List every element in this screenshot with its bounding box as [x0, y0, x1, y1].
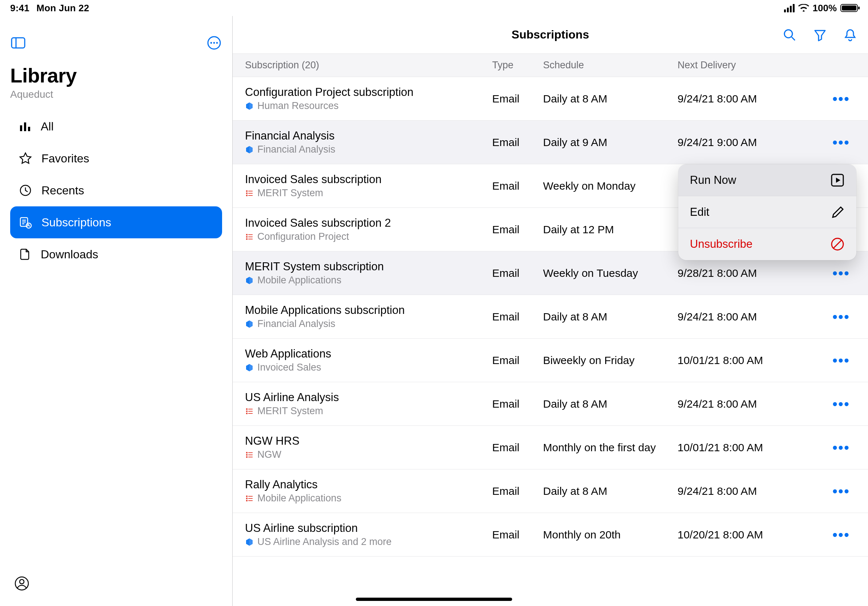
- cube-icon: [245, 276, 254, 285]
- row-title: Web Applications: [245, 347, 492, 360]
- bell-icon: [844, 28, 856, 42]
- row-next: 10/01/21 8:00 AM: [677, 354, 816, 366]
- page-title: Library: [10, 64, 222, 87]
- bar-chart-icon: [19, 120, 31, 133]
- svg-rect-17: [246, 193, 248, 194]
- svg-rect-30: [246, 413, 248, 414]
- battery-pct: 100%: [813, 3, 837, 14]
- table-row[interactable]: Mobile Applications subscriptionFinancia…: [232, 295, 868, 339]
- search-button[interactable]: [783, 27, 796, 43]
- table-row[interactable]: Rally AnalyticsMobile ApplicationsEmailD…: [232, 469, 868, 513]
- svg-rect-21: [248, 195, 253, 196]
- svg-rect-18: [246, 195, 248, 196]
- status-time: 9:41: [10, 3, 29, 14]
- svg-point-5: [216, 42, 218, 44]
- star-icon: [19, 152, 32, 165]
- notifications-button[interactable]: [844, 27, 856, 43]
- row-source: Mobile Applications: [245, 275, 492, 286]
- run-now-button[interactable]: Run Now: [678, 164, 856, 196]
- sidebar-item-favorites[interactable]: Favorites: [10, 142, 222, 175]
- list-icon: [245, 232, 254, 241]
- prohibit-icon: [830, 237, 845, 251]
- table-row[interactable]: NGW HRSNGWEmailMonthly on the first day1…: [232, 426, 868, 469]
- svg-rect-20: [248, 193, 253, 194]
- row-schedule: Daily at 8 AM: [543, 311, 677, 323]
- svg-rect-34: [246, 452, 248, 453]
- col-type: Type: [492, 60, 543, 71]
- svg-rect-7: [24, 122, 26, 131]
- main-header: Subscriptions: [232, 16, 868, 54]
- svg-rect-8: [28, 127, 30, 131]
- row-type: Email: [492, 485, 543, 497]
- table-row[interactable]: Configuration Project subscriptionHuman …: [232, 77, 868, 121]
- status-date: Mon Jun 22: [36, 3, 89, 14]
- cube-icon: [245, 538, 254, 546]
- svg-rect-0: [12, 38, 25, 48]
- svg-rect-25: [248, 234, 253, 235]
- row-schedule: Daily at 8 AM: [543, 485, 677, 497]
- sidebar-item-label: All: [41, 120, 54, 133]
- row-type: Email: [492, 136, 543, 148]
- row-actions-popover: Run Now Edit Unsubscribe: [678, 164, 856, 260]
- row-schedule: Weekly on Tuesday: [543, 267, 677, 279]
- battery-icon: [840, 4, 858, 12]
- svg-rect-40: [246, 496, 248, 497]
- subscriptions-icon: [19, 216, 32, 229]
- profile-button[interactable]: [14, 575, 30, 592]
- unsubscribe-label: Unsubscribe: [690, 238, 752, 251]
- more-button[interactable]: [206, 35, 222, 51]
- edit-button[interactable]: Edit: [678, 196, 856, 228]
- svg-rect-44: [248, 498, 253, 499]
- table-row[interactable]: US Airline AnalysisMERIT SystemEmailDail…: [232, 382, 868, 426]
- pencil-icon: [831, 205, 845, 219]
- col-subscription: Subscription (20): [245, 60, 492, 71]
- row-title: MERIT System subscription: [245, 260, 492, 273]
- svg-rect-36: [246, 456, 248, 458]
- row-schedule: Daily at 8 AM: [543, 93, 677, 105]
- sidebar: Library Aqueduct All Favorites Recents S…: [0, 16, 232, 606]
- cellular-icon: [784, 4, 795, 12]
- sidebar-item-all[interactable]: All: [10, 110, 222, 142]
- list-icon: [245, 450, 254, 459]
- clock-icon: [19, 184, 32, 197]
- svg-rect-16: [246, 190, 248, 192]
- svg-rect-6: [20, 125, 22, 131]
- row-title: Rally Analytics: [245, 478, 492, 491]
- row-schedule: Daily at 8 AM: [543, 398, 677, 410]
- filter-icon: [814, 28, 826, 42]
- row-schedule: Biweekly on Friday: [543, 354, 677, 366]
- person-circle-icon: [14, 576, 29, 591]
- svg-rect-38: [248, 454, 253, 455]
- svg-rect-28: [246, 408, 248, 410]
- filter-button[interactable]: [814, 27, 826, 43]
- svg-rect-24: [246, 238, 248, 240]
- row-schedule: Monthly on 20th: [543, 529, 677, 541]
- row-source: MERIT System: [245, 405, 492, 417]
- table-row[interactable]: US Airline subscriptionUS Airline Analys…: [232, 513, 868, 557]
- svg-rect-32: [248, 411, 253, 412]
- row-next: 9/24/21 8:00 AM: [677, 398, 816, 410]
- row-type: Email: [492, 267, 543, 279]
- svg-line-48: [834, 240, 842, 248]
- status-bar: 9:41 Mon Jun 22 100%: [0, 0, 868, 16]
- unsubscribe-button[interactable]: Unsubscribe: [678, 228, 856, 260]
- table-row[interactable]: Financial AnalysisFinancial AnalysisEmai…: [232, 121, 868, 164]
- row-type: Email: [492, 311, 543, 323]
- table-row[interactable]: Web ApplicationsInvoiced SalesEmailBiwee…: [232, 339, 868, 382]
- sidebar-item-downloads[interactable]: Downloads: [10, 238, 222, 270]
- document-icon: [19, 248, 31, 260]
- row-type: Email: [492, 441, 543, 454]
- svg-point-13: [20, 580, 24, 584]
- svg-line-15: [792, 37, 795, 40]
- toggle-sidebar-button[interactable]: [10, 35, 26, 51]
- col-schedule: Schedule: [543, 60, 677, 71]
- row-source: MERIT System: [245, 187, 492, 199]
- sidebar-item-subscriptions[interactable]: Subscriptions: [10, 206, 222, 238]
- svg-rect-41: [246, 498, 248, 499]
- row-source: Mobile Applications: [245, 493, 492, 504]
- sidebar-item-recents[interactable]: Recents: [10, 175, 222, 206]
- sidebar-item-label: Recents: [42, 184, 84, 197]
- table-header: Subscription (20) Type Schedule Next Del…: [232, 54, 868, 77]
- status-left: 9:41 Mon Jun 22: [10, 3, 89, 14]
- home-indicator: [356, 598, 512, 601]
